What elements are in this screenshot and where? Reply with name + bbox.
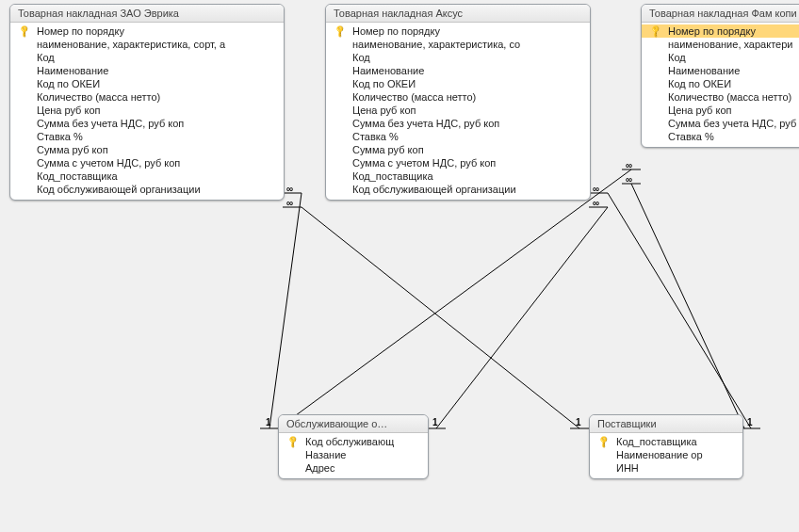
cardinality-infinity: ∞ bbox=[286, 185, 293, 194]
field-name: Наименование bbox=[668, 65, 740, 76]
field-name: Сумма руб коп bbox=[352, 144, 424, 155]
field-row[interactable]: Код обслуживающей организации bbox=[10, 183, 284, 196]
relationships-canvas: ∞ ∞ ∞ ∞ ∞ ∞ 1 1 1 1 Товарная накладная З… bbox=[0, 0, 799, 532]
field-name: Код по ОКЕИ bbox=[352, 78, 416, 89]
field-name: ИНН bbox=[616, 462, 639, 474]
field-name: Сумма без учета НДС, руб bbox=[668, 118, 796, 129]
field-list: 🔑Код_поставщика Наименование ор ИНН bbox=[590, 433, 742, 478]
field-name: Код обслуживающ bbox=[305, 436, 394, 447]
cardinality-infinity: ∞ bbox=[626, 175, 632, 185]
field-name: Код_поставщика bbox=[616, 436, 697, 447]
table-title: Поставщики bbox=[590, 415, 742, 433]
field-name: Количество (масса нетто) bbox=[352, 91, 476, 103]
field-row[interactable]: Сумма руб коп bbox=[326, 143, 590, 156]
table-evrika[interactable]: Товарная накладная ЗАО Эврика 🔑Номер по … bbox=[9, 4, 285, 201]
field-row[interactable]: Наименование bbox=[10, 64, 284, 77]
field-name: Код по ОКЕИ bbox=[668, 78, 731, 89]
field-name: Цена руб коп bbox=[352, 105, 416, 116]
cardinality-infinity: ∞ bbox=[286, 199, 293, 208]
field-name: Ставка % bbox=[37, 131, 83, 142]
field-row[interactable]: Код bbox=[642, 51, 799, 64]
field-name: Номер по порядку bbox=[668, 25, 756, 37]
field-row[interactable]: Адрес bbox=[279, 461, 428, 475]
svg-line-2 bbox=[608, 193, 751, 428]
svg-line-3 bbox=[436, 207, 608, 428]
svg-line-0 bbox=[269, 193, 302, 428]
table-service-orgs[interactable]: Обслуживающие о… 🔑Код обслуживающ Назани… bbox=[278, 414, 429, 479]
field-list: 🔑Номер по порядку наименование, характер… bbox=[642, 23, 799, 147]
table-title: Товарная накладная Фам копи bbox=[642, 5, 799, 23]
field-name: Наименование ор bbox=[616, 449, 703, 460]
field-row[interactable]: Количество (масса нетто) bbox=[642, 90, 799, 104]
field-name: Цена руб коп bbox=[668, 105, 732, 116]
field-name: Назание bbox=[305, 449, 346, 460]
field-row[interactable]: Код по ОКЕИ bbox=[642, 77, 799, 90]
field-name: Сумма без учета НДС, руб коп bbox=[352, 118, 499, 129]
field-row[interactable]: Наименование bbox=[326, 64, 590, 77]
field-row[interactable]: Код_поставщика bbox=[10, 169, 284, 183]
field-row[interactable]: Ставка % bbox=[10, 130, 284, 143]
field-name: Наименование bbox=[37, 65, 108, 76]
field-row[interactable]: наименование, характери bbox=[642, 38, 799, 51]
field-name: Код обслуживающей организации bbox=[352, 184, 516, 195]
field-row[interactable]: 🔑Код_поставщика bbox=[590, 435, 742, 448]
field-row[interactable]: Цена руб коп bbox=[326, 104, 590, 117]
field-row[interactable]: Сумма без учета НДС, руб коп bbox=[326, 117, 590, 130]
field-row[interactable]: ИНН bbox=[590, 461, 742, 475]
field-name: Номер по порядку bbox=[37, 25, 124, 37]
field-row[interactable]: Назание bbox=[279, 448, 428, 461]
field-row[interactable]: Наименование ор bbox=[590, 448, 742, 461]
table-aksus[interactable]: Товарная накладная Аксус 🔑Номер по поряд… bbox=[325, 4, 591, 201]
field-row[interactable]: Сумма без учета НДС, руб коп bbox=[10, 117, 284, 130]
key-icon: 🔑 bbox=[286, 435, 300, 448]
field-list: 🔑Номер по порядку наименование, характер… bbox=[326, 23, 590, 200]
field-name: Ставка % bbox=[352, 131, 399, 142]
table-fam[interactable]: Товарная накладная Фам копи 🔑Номер по по… bbox=[641, 4, 799, 148]
cardinality-one: 1 bbox=[266, 418, 271, 427]
field-row[interactable]: наименование, характеристика, сорт, а bbox=[10, 38, 284, 51]
field-name: Сумма без учета НДС, руб коп bbox=[37, 118, 184, 129]
field-row[interactable]: Код_поставщика bbox=[326, 169, 590, 183]
field-name: Наименование bbox=[352, 65, 424, 76]
field-row[interactable]: 🔑Номер по порядку bbox=[326, 24, 590, 38]
field-name: Код bbox=[668, 52, 686, 63]
field-row[interactable]: Ставка % bbox=[642, 130, 799, 143]
field-row[interactable]: Цена руб коп bbox=[10, 104, 284, 117]
field-name: Сумма с учетом НДС, руб коп bbox=[352, 157, 496, 169]
field-row[interactable]: 🔑Код обслуживающ bbox=[279, 435, 428, 448]
field-row[interactable]: Сумма руб коп bbox=[10, 143, 284, 156]
field-row[interactable]: Сумма без учета НДС, руб bbox=[642, 117, 799, 130]
svg-line-1 bbox=[302, 207, 579, 428]
field-row[interactable]: Количество (масса нетто) bbox=[326, 90, 590, 104]
field-row[interactable]: Сумма с учетом НДС, руб коп bbox=[326, 156, 590, 169]
cardinality-infinity: ∞ bbox=[626, 161, 632, 170]
field-row[interactable]: Код по ОКЕИ bbox=[10, 77, 284, 90]
cardinality-infinity: ∞ bbox=[593, 199, 599, 208]
field-name: Код_поставщика bbox=[37, 170, 118, 182]
field-row[interactable]: наименование, характеристика, со bbox=[326, 38, 590, 51]
field-name: Код_поставщика bbox=[352, 170, 433, 182]
field-name: Код по ОКЕИ bbox=[37, 78, 100, 89]
field-row[interactable]: Цена руб коп bbox=[642, 104, 799, 117]
field-row[interactable]: Сумма с учетом НДС, руб коп bbox=[10, 156, 284, 169]
field-row[interactable]: Количество (масса нетто) bbox=[10, 90, 284, 104]
field-name: Ставка % bbox=[668, 131, 714, 142]
table-suppliers[interactable]: Поставщики 🔑Код_поставщика Наименование … bbox=[589, 414, 743, 479]
field-list: 🔑Код обслуживающ Назание Адрес bbox=[279, 433, 428, 478]
field-row-selected[interactable]: 🔑Номер по порядку bbox=[642, 24, 799, 38]
field-name: Сумма руб коп bbox=[37, 144, 108, 155]
field-name: наименование, характеристика, со bbox=[352, 39, 520, 50]
field-row[interactable]: Код bbox=[10, 51, 284, 64]
field-row[interactable]: Ставка % bbox=[326, 130, 590, 143]
field-row[interactable]: 🔑Номер по порядку bbox=[10, 24, 284, 38]
field-name: наименование, характери bbox=[668, 39, 792, 50]
key-icon: 🔑 bbox=[334, 24, 347, 38]
field-row[interactable]: Код обслуживающей организации bbox=[326, 183, 590, 196]
field-row[interactable]: Наименование bbox=[642, 64, 799, 77]
cardinality-infinity: ∞ bbox=[593, 185, 599, 194]
field-name: Количество (масса нетто) bbox=[668, 91, 791, 103]
field-row[interactable]: Код bbox=[326, 51, 590, 64]
field-row[interactable]: Код по ОКЕИ bbox=[326, 77, 590, 90]
field-name: наименование, характеристика, сорт, а bbox=[37, 39, 225, 50]
cardinality-one: 1 bbox=[432, 418, 438, 427]
